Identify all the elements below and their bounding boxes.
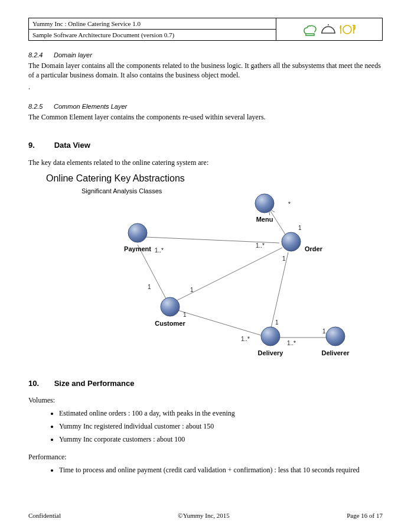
volumes-label: Volumes: xyxy=(28,396,383,405)
mult-menu-star: * xyxy=(288,201,291,207)
logo-icons xyxy=(302,25,357,32)
node-menu: Menu xyxy=(255,194,274,223)
list-item: Estimated online orders : 100 a day, wit… xyxy=(59,408,383,418)
footer-right: Page 16 of 17 xyxy=(347,512,383,519)
svg-line-6 xyxy=(269,209,287,237)
mult-cust-order-one: 1 xyxy=(190,287,194,293)
header-subtitle-cell: Sample Software Architecture Document (v… xyxy=(29,30,276,41)
section-824-body: The Domain layer contains all the compon… xyxy=(28,61,383,80)
mult-order-oneStar: 1..* xyxy=(256,242,265,249)
node-delivery-label: Delivery xyxy=(258,349,284,356)
section-9-intro: The key data elements related to the onl… xyxy=(28,158,383,167)
node-customer-label: Customer xyxy=(155,320,185,327)
mult-delivery-deliverer: 1..* xyxy=(287,340,296,346)
perf-list: Time to process and online payment (cred… xyxy=(28,465,383,475)
chef-hat-icon xyxy=(302,23,318,36)
mult-delivery-order: 1 xyxy=(275,319,279,326)
header-table: Yummy Inc : Online Catering Service 1.0 xyxy=(28,18,383,41)
svg-point-8 xyxy=(128,223,147,242)
section-824-heading: 8.2.4 Domain layer xyxy=(28,51,383,59)
list-item: Time to process and online payment (cred… xyxy=(59,465,383,475)
node-delivery: Delivery xyxy=(258,327,284,356)
section-825-heading: 8.2.5 Common Elements Layer xyxy=(28,103,383,110)
node-deliverer: Deliverer xyxy=(321,327,350,356)
cloche-icon xyxy=(319,23,337,36)
section-9-heading: 9. Data View xyxy=(28,141,383,150)
svg-point-0 xyxy=(343,25,351,34)
mult-cust-delivery-one: 1 xyxy=(183,312,187,318)
node-payment: Payment xyxy=(124,223,151,252)
footer-left: Confidential xyxy=(28,512,61,519)
mult-order-delivery-one: 1 xyxy=(282,255,286,262)
section-9-title: Data View xyxy=(54,141,90,150)
svg-point-9 xyxy=(255,194,274,213)
volumes-list: Estimated online orders : 100 a day, wit… xyxy=(28,408,383,445)
node-order-label: Order xyxy=(305,245,323,252)
footer-center: ©Yummy Inc, 2015 xyxy=(178,512,230,519)
list-item: Yummy Inc corporate customers : about 10… xyxy=(59,434,383,444)
svg-point-10 xyxy=(282,232,301,251)
diagram-container: Online Catering Key Abstractions Signifi… xyxy=(46,173,383,360)
stray-dot: . xyxy=(28,82,383,92)
mult-cust-payment-one: 1 xyxy=(148,284,151,290)
node-order: Order xyxy=(282,232,323,252)
footer: Confidential ©Yummy Inc, 2015 Page 16 of… xyxy=(28,512,383,519)
header-logo-cell xyxy=(276,18,383,41)
svg-line-3 xyxy=(176,310,265,336)
section-10-title: Size and Performance xyxy=(54,379,135,388)
mult-delivery-cust: 1..* xyxy=(241,336,250,342)
header-title: Yummy Inc : Online Catering Service 1.0 xyxy=(32,20,141,27)
section-825-body: The Common Element layer contains the co… xyxy=(28,112,383,122)
svg-point-11 xyxy=(161,297,180,316)
mult-payment-order: 1..* xyxy=(155,247,164,254)
section-10-heading: 10. Size and Performance xyxy=(28,379,383,388)
section-824-num: 8.2.4 xyxy=(28,51,52,59)
mult-deliverer-one: 1 xyxy=(322,328,326,335)
section-825-title: Common Elements Layer xyxy=(54,103,127,110)
node-deliverer-label: Deliverer xyxy=(321,349,350,356)
node-customer: Customer xyxy=(155,297,185,327)
page: Yummy Inc : Online Catering Service 1.0 xyxy=(0,0,411,532)
perf-label: Performance: xyxy=(28,453,383,462)
list-item: Yummy Inc registered individual customer… xyxy=(59,421,383,431)
section-824-title: Domain layer xyxy=(54,51,92,59)
section-9-num: 9. xyxy=(28,141,52,150)
uml-diagram: Payment Menu Order Customer Delivery Del… xyxy=(46,183,365,360)
section-10-num: 10. xyxy=(28,379,52,388)
node-menu-label: Menu xyxy=(256,216,273,223)
cutlery-icon xyxy=(338,23,356,36)
mult-menu-one: 1 xyxy=(298,225,302,231)
svg-point-12 xyxy=(261,327,280,346)
section-825-num: 8.2.5 xyxy=(28,103,52,110)
svg-point-13 xyxy=(326,327,345,346)
header-title-cell: Yummy Inc : Online Catering Service 1.0 xyxy=(29,18,276,30)
svg-line-4 xyxy=(270,252,288,330)
node-payment-label: Payment xyxy=(124,245,151,252)
header-subtitle: Sample Software Architecture Document (v… xyxy=(32,31,174,38)
